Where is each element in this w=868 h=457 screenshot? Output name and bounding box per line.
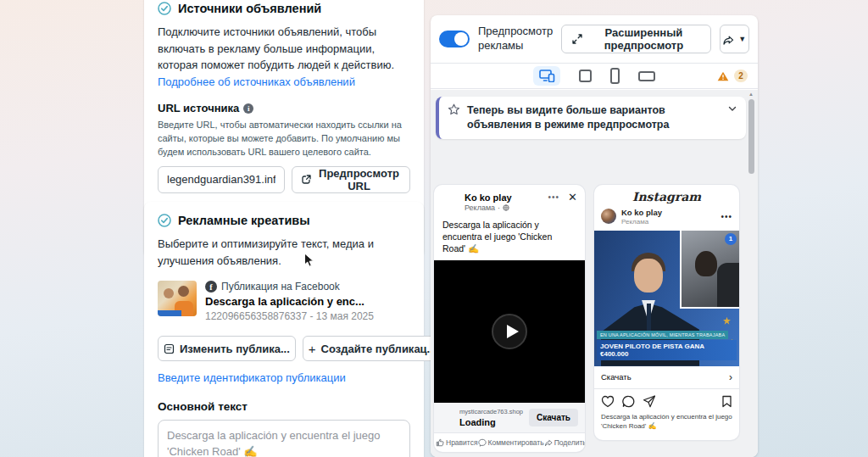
tv-channel-badge: 1 [725,233,737,245]
fb-link-domain: mysticarcade763.shop [459,408,529,415]
ig-overlay-headline: JOVEN PILOTO DE PISTA GANA €400.000 [597,340,737,360]
ig-caption-text: Descarga la aplicación y encuentra el ju… [594,410,739,440]
info-icon[interactable]: i [243,103,253,114]
fb-post-text: Descarga la aplicación y encuentra el ju… [434,214,585,261]
fb-like-button[interactable]: Нравится [436,438,478,447]
preview-area: Теперь вы видите больше вариантов объявл… [431,90,758,457]
publication-row[interactable]: f Публикация на Facebook Descarga la apl… [158,281,410,322]
create-publication-button[interactable]: + Создайте публикац... [303,336,442,361]
ad-sources-title: Источники объявлений [178,2,321,15]
ig-download-button[interactable]: Скачать › [594,366,739,389]
ig-more-options-icon[interactable]: ••• [721,212,732,221]
preview-toggle[interactable] [439,31,470,47]
publication-meta: 122096656358876337 - 13 мая 2025 [205,310,410,322]
enter-publication-id-link[interactable]: Введите идентификатор публикации [158,371,346,384]
ig-avatar [601,209,616,224]
check-circle-icon [158,214,171,227]
edit-post-icon [164,343,175,354]
preview-notice-banner[interactable]: Теперь вы видите больше вариантов объявл… [436,97,746,139]
ig-media-inset: 1 [680,231,739,309]
fb-sponsored-label: Реклама [465,203,495,212]
ig-sponsored-label: Реклама [621,218,662,226]
ig-comment-icon[interactable] [622,395,635,408]
publication-thumbnail [158,281,197,316]
caret-down-icon: ▼ [738,35,746,43]
desktop-mobile-icon [539,70,555,82]
ad-sources-description: Подключите источники объявлений, чтобы в… [158,24,410,90]
fb-link-headline: Loading [459,417,529,427]
square-format-icon [579,70,592,82]
url-source-label: URL источника [158,102,239,114]
fb-more-options-icon[interactable]: ••• [548,192,559,202]
preview-url-button[interactable]: Предпросмотр URL [292,166,410,193]
instagram-wordmark: Instagram [594,185,739,205]
chevron-down-icon[interactable] [727,103,737,114]
mouse-cursor [303,253,316,268]
url-source-hint: Введите URL, чтобы автоматически находит… [158,119,410,159]
publication-source-label: Публикация на Facebook [221,281,340,293]
comment-bubble-icon [478,438,487,447]
external-link-icon [301,174,312,185]
thumb-up-icon [436,438,444,447]
ig-media[interactable]: 1 EN UNA APLICACIÓN MÓVIL, MIENTRAS TRAB… [594,231,739,366]
fb-page-name: Ko ko play [465,192,576,203]
globe-icon [503,204,509,211]
warnings-indicator[interactable]: 2 [717,70,748,82]
plus-icon: + [309,343,316,355]
share-arrow-icon [544,438,553,447]
fb-close-icon[interactable]: ✕ [568,191,577,203]
ad-preview-panel: Предпросмотр рекламы Расширенный предпро… [431,15,758,457]
expand-icon [572,34,582,44]
heart-icon[interactable] [601,395,615,408]
send-icon[interactable] [643,395,656,408]
preview-notice-text: Теперь вы видите больше вариантов объявл… [467,103,721,132]
ad-creatives-title: Рекламные креативы [178,214,310,227]
warning-triangle-icon [717,71,729,81]
edit-publication-button[interactable]: Изменить публика... [158,336,296,361]
share-preview-button[interactable]: ▼ [720,25,749,53]
star-icon [448,103,460,116]
instagram-ad-preview-card: Instagram Ko ko play Реклама ••• [594,185,739,440]
scrollbar-thumb[interactable] [748,99,754,174]
fb-video-player[interactable] [434,260,585,403]
check-circle-icon [158,2,171,15]
fb-share-button[interactable]: Поделиться [544,438,585,447]
preview-toggle-label: Предпросмотр рекламы [478,25,553,53]
device-vertical-format-tab[interactable] [610,68,620,84]
advanced-preview-button[interactable]: Расширенный предпросмотр [561,25,710,53]
chevron-right-icon: › [729,371,732,383]
facebook-ad-preview-card: Ko ko play Реклама · ••• ✕ Descarga la a… [434,185,585,453]
bookmark-icon[interactable] [721,395,732,408]
landscape-format-icon [638,71,655,81]
learn-more-link[interactable]: Подробнее об источниках объявлений [158,75,355,88]
play-icon[interactable] [492,314,527,349]
warnings-count-badge: 2 [734,70,748,82]
source-url-input[interactable] [158,166,285,193]
ad-creatives-description: Выберите и оптимизируйте текст, медиа и … [158,236,410,269]
publication-title: Descarga la aplicación y enc... [205,295,410,308]
primary-text-input[interactable]: Descarga la aplicación y encuentra el ju… [158,420,410,457]
ig-overlay-subtitle: EN UNA APLICACIÓN MÓVIL, MIENTRAS TRABAJ… [597,331,728,339]
scroll-up-icon[interactable]: ▲ [748,92,754,97]
ad-creatives-card: Рекламные креативы Выберите и оптимизиру… [144,202,424,457]
device-square-format-tab[interactable] [579,70,592,82]
fb-comment-button[interactable]: Комментировать [478,438,544,447]
fb-download-button[interactable]: Скачать [529,409,578,426]
facebook-logo-icon: f [205,281,217,293]
device-landscape-format-tab[interactable] [638,71,655,81]
share-icon [722,34,734,45]
device-all-placements-tab[interactable] [533,66,560,86]
ig-page-name: Ko ko play [621,208,662,217]
phone-portrait-icon [610,68,620,84]
primary-text-label: Основной текст [158,400,410,413]
